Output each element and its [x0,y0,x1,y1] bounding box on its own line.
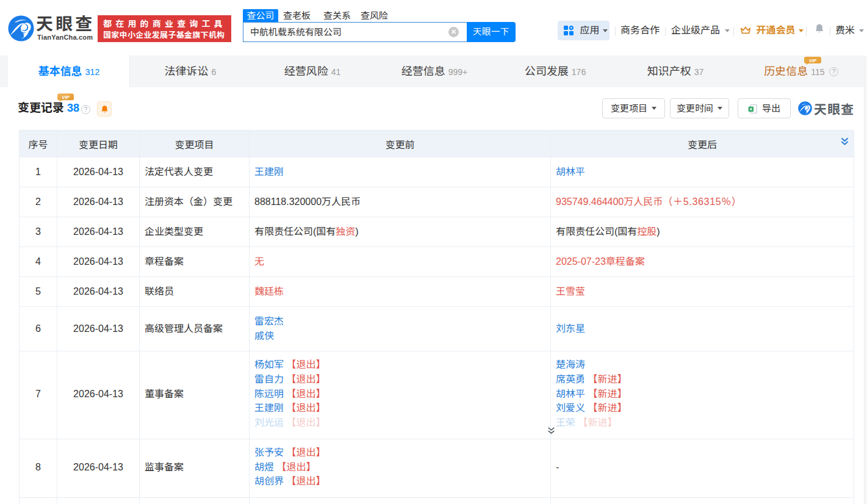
svg-text:VIP: VIP [62,95,70,100]
svg-text:VIP: VIP [809,58,817,63]
